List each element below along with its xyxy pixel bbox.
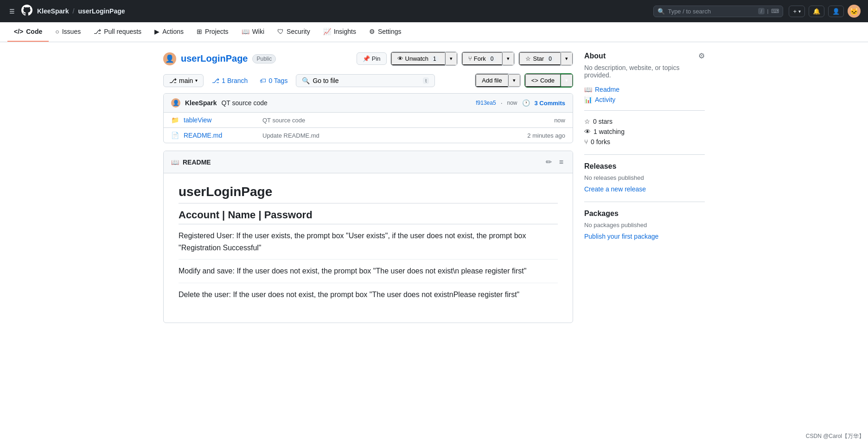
add-file-dropdown[interactable]: ▾	[508, 74, 520, 87]
nav-issues[interactable]: ○ Issues	[49, 22, 87, 42]
nav-actions[interactable]: ▶ Actions	[148, 22, 190, 42]
breadcrumb-separator: /	[70, 7, 76, 15]
stars-count: 0 stars	[593, 118, 613, 125]
settings-nav-icon: ⚙	[369, 28, 375, 35]
readme-list-button[interactable]: ≡	[557, 157, 565, 167]
code-nav-label: Code	[26, 28, 42, 35]
eye-icon: 👁	[584, 128, 591, 135]
pr-icon: ⎇	[94, 28, 101, 35]
repo-visibility-badge: Public	[252, 54, 276, 63]
breadcrumb-user[interactable]: KleeSpark	[37, 7, 69, 15]
repo-header: 👤 userLoginPage Public 📌 Pin 👁 Unwatch 1	[163, 51, 573, 66]
unwatch-button-group: 👁 Unwatch 1 ▾	[390, 51, 458, 66]
star-dropdown[interactable]: ▾	[561, 52, 573, 65]
nav-settings[interactable]: ⚙ Settings	[363, 22, 408, 42]
readme-header: 📖 README ✏ ≡	[164, 151, 573, 173]
tags-link[interactable]: 🏷 0 Tags	[256, 75, 291, 87]
search-input[interactable]	[668, 8, 755, 15]
forks-count: 0 forks	[591, 138, 610, 146]
about-settings-button[interactable]: ⚙	[698, 51, 705, 60]
nav-wiki[interactable]: 📖 Wiki	[235, 22, 271, 42]
repo-title-area: 👤 userLoginPage Public	[163, 52, 276, 65]
create-release-link[interactable]: Create a new release	[584, 184, 705, 194]
pin-label: Pin	[372, 55, 381, 62]
file-browser-header: 👤 KleeSpark QT source code f913ea5 · now…	[164, 94, 573, 113]
nav-code[interactable]: </> Code	[7, 22, 49, 42]
readme-link[interactable]: 📖 Readme	[584, 84, 705, 95]
code-nav-icon: </>	[14, 28, 23, 35]
repo-title-link[interactable]: userLoginPage	[181, 53, 248, 64]
main-content: 👤 userLoginPage Public 📌 Pin 👁 Unwatch 1	[156, 42, 712, 332]
file-name-link[interactable]: README.md	[184, 132, 258, 139]
releases-title: Releases	[584, 162, 705, 171]
readme-link-label: Readme	[595, 86, 619, 93]
fork-dropdown[interactable]: ▾	[502, 52, 514, 65]
branch-icon: ⎇	[169, 77, 177, 84]
nav-insights[interactable]: 📈 Insights	[317, 22, 363, 42]
table-row: 📄 README.md Update README.md 2 minutes a…	[164, 128, 573, 143]
unwatch-dropdown[interactable]: ▾	[445, 52, 457, 65]
go-to-file-button[interactable]: 🔍 Go to file t	[296, 74, 435, 87]
branches-link[interactable]: ⎇ 1 Branch	[208, 75, 251, 87]
pin-icon: 📌	[363, 55, 370, 62]
code-button[interactable]: <> Code	[525, 74, 561, 87]
add-file-label: Add file	[482, 77, 502, 84]
publish-package-link[interactable]: Publish your first package	[584, 231, 705, 241]
add-file-button[interactable]: Add file	[475, 74, 508, 87]
readme-content: userLoginPage Account | Name | Password …	[164, 173, 573, 323]
book-icon: 📖	[171, 159, 179, 166]
edit-readme-button[interactable]: ✏	[544, 157, 554, 167]
navbar: ☰ KleeSpark / userLoginPage 🔍 / | ⌨ + ▾ …	[0, 0, 868, 22]
about-title: About	[584, 52, 606, 60]
avatar: 👤	[832, 8, 840, 15]
notifications-button[interactable]: 🔔	[809, 6, 824, 17]
chevron-down-icon: ▾	[565, 56, 568, 62]
activity-link[interactable]: 📊 Activity	[584, 95, 705, 105]
file-name-link[interactable]: tableView	[184, 116, 258, 124]
readme-actions: ✏ ≡	[544, 157, 565, 167]
terminal-icon: ⌨	[771, 8, 779, 14]
breadcrumb-repo[interactable]: userLoginPage	[78, 7, 125, 15]
code-dropdown[interactable]: ▾	[561, 74, 573, 87]
commits-link[interactable]: 3 Commits	[535, 100, 565, 107]
readme-paragraph2: Modify and save: If the user does not ex…	[179, 265, 558, 283]
fork-button[interactable]: ⑂ Fork 0	[462, 52, 503, 65]
search-shortcut: /	[758, 8, 764, 14]
slash-icon: |	[767, 8, 769, 14]
nav-projects[interactable]: ⊞ Projects	[190, 22, 235, 42]
sidebar: About ⚙ No description, website, or topi…	[584, 51, 705, 323]
list-icon: ≡	[559, 158, 563, 166]
hamburger-button[interactable]: ☰	[7, 6, 17, 17]
commit-message: QT source code	[221, 99, 471, 107]
avatar-img: 🐱	[849, 7, 859, 16]
about-description: No description, website, or topics provi…	[584, 64, 705, 79]
table-row: 📁 tableView QT source code now	[164, 113, 573, 128]
user-avatar[interactable]: 🐱	[848, 5, 861, 18]
packages-subtitle: No packages published	[584, 222, 705, 228]
star-button[interactable]: ☆ Star 0	[519, 52, 561, 65]
nav-pull-requests[interactable]: ⎇ Pull requests	[87, 22, 148, 42]
branch-selector[interactable]: ⎇ main ▾	[163, 74, 204, 87]
add-button[interactable]: + ▾	[789, 6, 805, 17]
code-icon: <>	[531, 77, 538, 84]
nav-security[interactable]: 🛡 Security	[271, 22, 317, 42]
wiki-icon: 📖	[242, 28, 249, 35]
star-icon: ☆	[525, 55, 531, 62]
breadcrumb: KleeSpark / userLoginPage	[37, 7, 125, 15]
issues-icon: ○	[55, 28, 59, 35]
projects-icon: ⊞	[197, 28, 202, 35]
file-icon: 📄	[171, 132, 179, 139]
navbar-search-box[interactable]: 🔍 / | ⌨	[653, 6, 783, 17]
branch-count-icon: ⎇	[212, 77, 219, 84]
projects-label: Projects	[205, 28, 229, 35]
watching-stat: 👁 1 watching	[584, 127, 705, 137]
unwatch-button[interactable]: 👁 Unwatch 1	[391, 52, 445, 65]
commit-time: now	[507, 100, 517, 106]
commit-hash-link[interactable]: f913ea5	[476, 100, 496, 106]
chevron-down-icon: ▾	[798, 9, 801, 14]
pin-button[interactable]: 📌 Pin	[357, 52, 387, 65]
profile-button[interactable]: 👤	[828, 6, 844, 17]
chevron-down-icon: ▾	[507, 56, 510, 62]
navbar-right: + ▾ 🔔 👤 🐱	[789, 5, 861, 18]
file-time: now	[554, 117, 565, 124]
